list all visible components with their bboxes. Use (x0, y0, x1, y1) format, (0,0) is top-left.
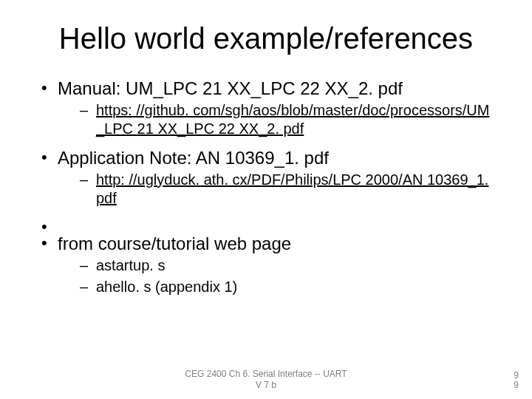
spacer (37, 216, 495, 230)
bullet-manual-sublist: https: //github. com/sgh/aos/blob/master… (58, 101, 495, 138)
footer-line2: V 7 b (256, 380, 276, 390)
bullet-appnote-sublist: http: //uglyduck. ath. cx/PDF/Philips/LP… (58, 171, 495, 208)
slide-title: Hello world example/references (37, 22, 495, 55)
slide: Hello world example/references Manual: U… (0, 0, 532, 399)
bullet-course-sublist: astartup. s ahello. s (appendix 1) (58, 256, 495, 296)
page-number-bottom: 9 (514, 380, 519, 390)
page-number: 9 9 (514, 371, 519, 390)
page-number-top: 9 (514, 370, 519, 381)
bullet-appnote-label: Application Note: AN 10369_1. pdf (58, 148, 329, 168)
manual-link[interactable]: https: //github. com/sgh/aos/blob/master… (96, 102, 489, 137)
bullet-manual-link-item: https: //github. com/sgh/aos/blob/master… (58, 101, 495, 138)
course-item-ahello: ahello. s (appendix 1) (58, 278, 495, 296)
slide-footer: CEG 2400 Ch 6. Serial Interface -- UART … (0, 369, 532, 390)
bullet-manual: Manual: UM_LPC 21 XX_LPC 22 XX_2. pdf ht… (37, 78, 495, 138)
bullet-appnote-link-item: http: //uglyduck. ath. cx/PDF/Philips/LP… (58, 171, 495, 208)
bullet-appnote: Application Note: AN 10369_1. pdf http: … (37, 147, 495, 208)
course-item-astartup: astartup. s (58, 256, 495, 275)
bullet-course: from course/tutorial web page astartup. … (37, 233, 495, 296)
bullet-course-label: from course/tutorial web page (58, 233, 291, 253)
bullet-list: Manual: UM_LPC 21 XX_LPC 22 XX_2. pdf ht… (37, 78, 495, 296)
bullet-manual-label: Manual: UM_LPC 21 XX_LPC 22 XX_2. pdf (58, 78, 403, 98)
footer-line1: CEG 2400 Ch 6. Serial Interface -- UART (185, 369, 347, 379)
appnote-link[interactable]: http: //uglyduck. ath. cx/PDF/Philips/LP… (96, 171, 488, 206)
